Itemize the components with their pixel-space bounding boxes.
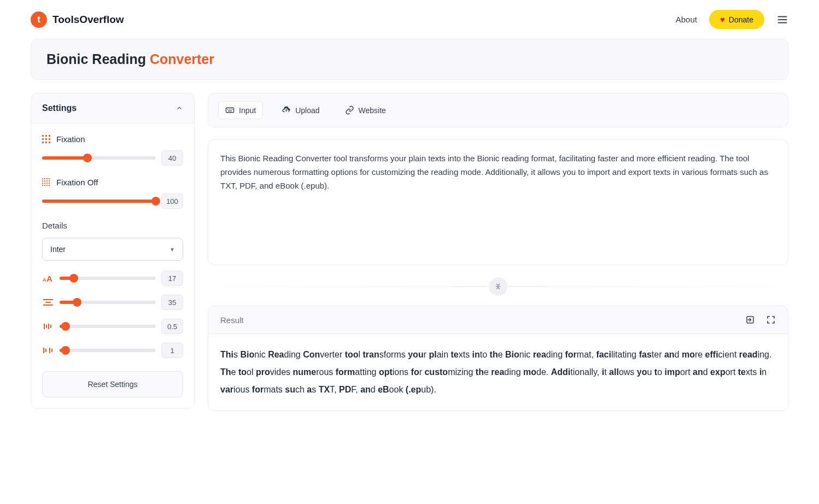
svg-text:A: A (46, 274, 52, 283)
keyboard-icon (225, 106, 235, 115)
tab-input[interactable]: Input (218, 101, 263, 119)
svg-rect-23 (49, 183, 50, 184)
settings-header[interactable]: Settings (31, 93, 194, 124)
svg-rect-11 (49, 142, 50, 143)
result-content: This Bionic Reading Converter tool trans… (208, 334, 788, 411)
text-input[interactable] (208, 139, 788, 265)
svg-rect-3 (42, 135, 44, 137)
svg-rect-14 (46, 178, 48, 179)
fixation-off-icon (42, 178, 51, 187)
brand-logo[interactable]: t ToolsOverflow (31, 11, 124, 28)
settings-title: Settings (42, 103, 77, 113)
word-spacing-icon (42, 347, 54, 354)
link-icon (345, 106, 354, 115)
svg-rect-19 (49, 180, 50, 181)
svg-rect-4 (45, 135, 47, 137)
details-label: Details (42, 221, 183, 230)
svg-rect-16 (42, 180, 43, 181)
svg-rect-22 (46, 183, 48, 184)
tab-upload-label: Upload (295, 106, 319, 115)
settings-panel: Settings Fixation 40 (31, 93, 195, 409)
export-icon[interactable] (745, 315, 755, 325)
svg-rect-7 (45, 138, 47, 140)
svg-rect-43 (229, 109, 229, 109)
svg-rect-21 (44, 183, 45, 184)
donate-label: Donate (729, 15, 753, 24)
svg-rect-20 (42, 183, 43, 184)
line-height-slider[interactable] (60, 301, 156, 304)
fixation-icon (42, 135, 51, 144)
svg-rect-13 (44, 178, 45, 179)
fixation-off-value: 100 (161, 194, 183, 209)
result-title: Result (220, 315, 244, 325)
donate-button[interactable]: ♥ Donate (709, 10, 764, 29)
svg-rect-6 (42, 138, 44, 140)
fixation-slider[interactable] (42, 156, 156, 160)
result-panel: Result This Bionic Reading Converter too… (208, 306, 788, 411)
font-size-slider[interactable] (60, 277, 156, 280)
svg-rect-26 (46, 185, 48, 186)
word-spacing-slider[interactable] (60, 349, 156, 352)
svg-rect-17 (44, 180, 45, 181)
fixation-off-label: Fixation Off (56, 178, 98, 187)
svg-text:A: A (43, 277, 46, 283)
svg-rect-44 (230, 109, 231, 109)
reset-settings-button[interactable]: Reset Settings (42, 371, 183, 397)
word-spacing-value: 1 (161, 343, 183, 358)
cloud-upload-icon (282, 106, 291, 115)
title-accent: Converter (150, 51, 214, 67)
font-select[interactable]: Inter ▼ (42, 238, 183, 261)
collapse-icon (494, 283, 502, 290)
fixation-label: Fixation (56, 134, 85, 144)
font-size-icon: AA (42, 274, 54, 283)
svg-rect-9 (42, 142, 44, 143)
heart-icon: ♥ (720, 15, 725, 24)
tab-website[interactable]: Website (338, 101, 393, 119)
fixation-value: 40 (161, 150, 183, 166)
letter-spacing-value: 0.5 (161, 319, 183, 334)
menu-icon[interactable] (776, 14, 788, 26)
svg-rect-24 (42, 185, 43, 186)
page-title: Bionic Reading Converter (31, 39, 788, 80)
about-link[interactable]: About (676, 15, 697, 24)
brand-name: ToolsOverflow (52, 14, 124, 26)
source-tabs: Input Upload Website (208, 93, 788, 127)
font-selected: Inter (50, 245, 66, 254)
svg-rect-27 (49, 185, 50, 186)
tab-input-label: Input (239, 106, 256, 115)
svg-rect-8 (49, 138, 50, 140)
line-height-value: 35 (161, 295, 183, 310)
line-height-icon (42, 298, 54, 306)
svg-rect-12 (42, 178, 43, 179)
font-size-value: 17 (161, 271, 183, 286)
chevron-down-icon: ▼ (169, 247, 175, 253)
brand-mark: t (31, 11, 47, 28)
fixation-off-slider[interactable] (42, 200, 156, 203)
svg-rect-25 (44, 185, 45, 186)
svg-rect-41 (226, 108, 233, 113)
svg-rect-18 (46, 180, 48, 181)
svg-rect-42 (227, 109, 228, 109)
tab-upload[interactable]: Upload (275, 101, 326, 119)
title-prefix: Bionic Reading (46, 51, 150, 67)
fullscreen-icon[interactable] (766, 315, 776, 325)
chevron-up-icon (176, 104, 183, 112)
svg-rect-45 (232, 109, 232, 109)
svg-rect-5 (49, 135, 50, 137)
letter-spacing-icon (42, 323, 54, 330)
collapse-handle[interactable] (489, 277, 507, 296)
tab-website-label: Website (359, 106, 386, 115)
svg-rect-46 (228, 110, 232, 111)
svg-rect-10 (45, 142, 47, 143)
letter-spacing-slider[interactable] (60, 325, 156, 328)
svg-rect-15 (49, 178, 50, 179)
